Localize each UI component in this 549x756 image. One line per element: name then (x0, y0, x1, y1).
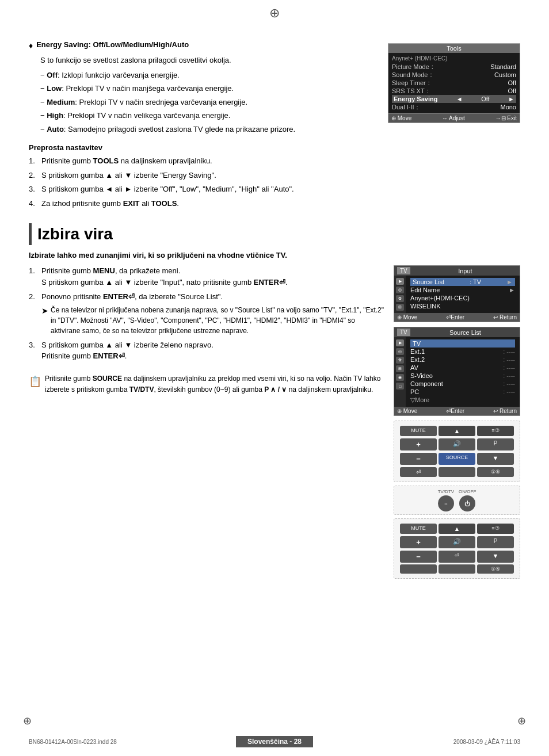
remote-bot-btn-enter: ⏎ (439, 551, 475, 563)
remote-btn-p: P (477, 438, 514, 450)
source-row-pc: PC: ---- (410, 388, 515, 396)
preprosta-title: Preprosta nastavitev (29, 143, 376, 152)
source-footer-enter: ⏎Enter (446, 408, 464, 414)
source-row-ext1: Ext.1: ---- (410, 348, 515, 356)
tools-body: Anynet+ (HDMI-CEC) Picture Mode : Standa… (388, 53, 520, 113)
remote-bot-btn-up: ▲ (439, 524, 475, 534)
input-icon-1: ▶ (396, 278, 404, 285)
page-footer: BN68-01412A-00Sln-0223.indd 28 Slovenšči… (0, 736, 549, 747)
tools-row-energy: Energy Saving ◄ Off ► (392, 95, 516, 103)
remote-bot-btn-plus: + (400, 536, 437, 548)
remote-btn-down: ▼ (477, 453, 514, 465)
preprosta-steps: 1. Pritisnite gumb TOOLS na daljinskem u… (29, 155, 376, 209)
section-divider: Izbira vira (29, 223, 520, 245)
tools-panel: Tools Anynet+ (HDMI-CEC) Picture Mode : … (388, 40, 520, 212)
izbira-section-title: Izbira vira (37, 225, 113, 243)
remote-bot-btn-blank1 (400, 564, 437, 574)
izbira-intro: Izbirate lahko med zunanjimi viri, ki so… (29, 251, 520, 259)
preprosta-section: Preprosta nastavitev 1. Pritisnite gumb … (29, 143, 376, 209)
footer-left: BN68-01412A-00Sln-0223.indd 28 (29, 739, 117, 745)
source-icon-2: ◎ (396, 348, 404, 355)
source-row-tv: TV (410, 339, 515, 348)
input-panel-content: ▶ ◎ ✿ ⊞ Source List : TV ► Edit Name (394, 276, 520, 313)
input-row-anynet: Anynet+(HDMI-CEC) (410, 294, 515, 302)
page-container: ⊕ ♦ Energy Saving: Off/Low/Medium/High/A… (0, 0, 549, 756)
source-tv-label: TV (397, 329, 410, 336)
remote-onoff-btn: ⏻ (459, 495, 475, 511)
input-row-wiselink: WISELINK (410, 302, 515, 310)
remote-note-text: Pritisnite gumb SOURCE na daljinskem upr… (45, 373, 385, 395)
remote-bot-btn-p: P (477, 536, 514, 548)
remote-middle-visual: TV/DTV ○ ON/OFF ⏻ (394, 486, 520, 515)
source-icon-1: ▶ (396, 339, 404, 346)
remote-note-section: 📋 Pritisnite gumb SOURCE na daljinskem u… (29, 373, 385, 395)
source-icon-3: ✿ (396, 357, 404, 364)
remote-top-row2: + 🔊 P (400, 438, 514, 450)
remote-tvdtv: TV/DTV ○ (438, 489, 454, 511)
input-row-source: Source List : TV ► (410, 278, 515, 286)
remote-top-row3: − SOURCE ▼ (400, 453, 514, 465)
remote-btn-num-top: ≡③ (477, 426, 514, 436)
remote-top-visual: MUTE ▲ ≡③ + 🔊 P − SOURCE ▼ ⏎ ①⑤ (394, 421, 520, 482)
input-icon-3: ✿ (396, 295, 404, 302)
input-row-edit: Edit Name ► (410, 286, 515, 294)
compass-top-icon: ⊕ (269, 6, 280, 21)
remote-btn-up: ▲ (439, 426, 475, 436)
preprosta-step-1: 1. Pritisnite gumb TOOLS na daljinskem u… (29, 155, 376, 167)
energy-item-medium: Medium: Preklopi TV v način srednjega va… (40, 97, 376, 108)
izbira-step-2: 2. Ponovno pritisnite ENTER⏎, da izberet… (29, 291, 385, 336)
footer-right: 2008-03-09 ¿ÀÊÄ 7:11:03 (453, 739, 520, 745)
source-row-ext2: Ext.2: ---- (410, 356, 515, 364)
source-panel-body: TV Ext.1: ---- Ext.2: ---- AV: ---- S-Vi (406, 337, 520, 407)
input-title: Input (414, 268, 517, 274)
source-panel-header: TV Source List (394, 327, 520, 337)
tools-row-srs: SRS TS XT : Off (392, 87, 516, 95)
input-panel: TV Input ▶ ◎ ✿ ⊞ Source List : TV ► (394, 265, 520, 322)
remote-btn-speaker: 🔊 (439, 438, 475, 450)
source-row-av: AV: ---- (410, 364, 515, 372)
remote-bot-btn-minus: − (400, 551, 437, 563)
remote-btn-mute: MUTE (400, 426, 437, 436)
remote-onoff: ON/OFF ⏻ (459, 489, 476, 511)
remote-btn-num-bottom: ①⑤ (477, 467, 514, 477)
energy-item-low: Low: Preklopi TV v način manjšega varčev… (40, 83, 376, 94)
remote-tvdtv-btn: ○ (438, 495, 454, 511)
remote-bottom-visual: MUTE ▲ ≡③ + 🔊 P − ⏎ ▼ ①⑤ (394, 518, 520, 579)
remote-top-row4: ⏎ ①⑤ (400, 467, 514, 477)
preprosta-step-2: 2. S pritiskom gumba ▲ ali ▼ izberite "E… (29, 170, 376, 181)
remote-btn-minus: − (400, 453, 437, 465)
remote-bot-row2: + 🔊 P (400, 536, 514, 548)
remote-bot-row4: ①⑤ (400, 564, 514, 574)
source-icon-6: □ (396, 383, 404, 390)
energy-title: Energy Saving: Off/Low/Medium/High/Auto (36, 40, 189, 49)
compass-bottom-right-icon: ⊕ (517, 715, 526, 727)
tools-panel-widget: Tools Anynet+ (HDMI-CEC) Picture Mode : … (388, 43, 520, 123)
remote-bot-row3: − ⏎ ▼ (400, 551, 514, 563)
input-side-icons: ▶ ◎ ✿ ⊞ (394, 276, 406, 313)
tools-anynet-title: Anynet+ (HDMI-CEC) (392, 55, 516, 62)
source-icon-4: ⊞ (396, 365, 404, 372)
source-icon-5: ◉ (396, 374, 404, 381)
tools-row-dual: Dual I-II : Mono (392, 103, 516, 111)
input-panel-body: Source List : TV ► Edit Name ► Anynet+(H… (406, 276, 520, 313)
tools-row-picture: Picture Mode : Standard (392, 63, 516, 71)
energy-left-content: ♦ Energy Saving: Off/Low/Medium/High/Aut… (29, 40, 376, 212)
remote-btn-plus: + (400, 438, 437, 450)
note-book-icon: 📋 (29, 373, 41, 390)
izbira-body: 1. Pritisnite gumb MENU, da prikažete me… (29, 265, 520, 579)
remote-btn-enter-small: ⏎ (400, 467, 437, 477)
remote-bot-btn-num-top: ≡③ (477, 524, 514, 534)
tools-row-sleep: Sleep Timer : Off (392, 79, 516, 87)
energy-bullet-title: ♦ Energy Saving: Off/Low/Medium/High/Aut… (29, 40, 376, 50)
source-panel-footer: ⊕ Move ⏎Enter ↩ Return (394, 407, 520, 415)
tools-footer-exit: →⊟ Exit (495, 115, 517, 121)
remote-bot-btn-num-bot: ①⑤ (477, 564, 514, 574)
source-panel: TV Source List ▶ ◎ ✿ ⊞ ◉ □ TV (394, 327, 520, 416)
remote-btn-empty (439, 467, 475, 477)
remote-bot-btn-blank2 (439, 564, 475, 574)
remote-top-row1: MUTE ▲ ≡③ (400, 426, 514, 436)
input-icon-4: ⊞ (396, 304, 404, 311)
source-row-svideo: S-Video: ---- (410, 372, 515, 380)
energy-item-high: High: Preklopi TV v način velikega varče… (40, 110, 376, 121)
input-footer-move: ⊕ Move (397, 314, 417, 320)
